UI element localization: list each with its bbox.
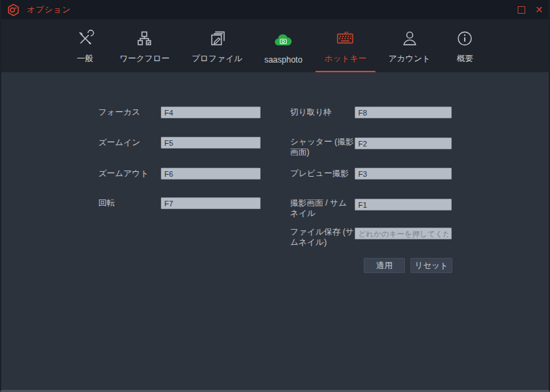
window-title: オプション: [27, 4, 71, 16]
hotkey-row-focus: フォーカス: [98, 107, 261, 118]
options-dialog: オプション ✕ 一般: [0, 0, 550, 392]
field-label: ズームイン: [98, 137, 161, 148]
capture-thumbnail-hotkey-input[interactable]: [355, 199, 452, 210]
hotkey-row-preview-capture: プレビュー撮影: [290, 168, 452, 179]
tools-icon: [76, 28, 94, 49]
hotkey-row-file-save: ファイル保存 (サムネイル): [290, 226, 452, 248]
tab-label: 一般: [77, 53, 94, 65]
tab-label: アカウント: [388, 53, 430, 65]
crop-frame-hotkey-input[interactable]: [355, 107, 452, 118]
close-button[interactable]: ✕: [535, 5, 543, 14]
tab-general[interactable]: 一般: [64, 19, 107, 72]
tab-label: プロファイル: [192, 53, 243, 65]
apply-button[interactable]: 適用: [364, 258, 405, 273]
settings-tab-bar: 一般 ワークフロー プロファ: [1, 19, 549, 72]
field-label: 撮影画面 / サムネイル: [290, 197, 355, 219]
title-bar: オプション ✕: [1, 0, 549, 19]
shutter-hotkey-input[interactable]: [355, 138, 452, 149]
zoom-in-hotkey-input[interactable]: [161, 137, 261, 149]
hotkey-row-shutter: シャッター (撮影画面): [290, 136, 452, 157]
file-save-hotkey-input[interactable]: [355, 228, 452, 239]
hotkey-row-capture-thumbnail: 撮影画面 / サムネイル: [290, 197, 452, 219]
keyboard-icon: [336, 28, 355, 49]
hotkey-settings-panel: フォーカス ズームイン ズームアウト 回転 切り取り枠 シャッター (撮影画面)…: [1, 72, 549, 390]
field-label: ファイル保存 (サムネイル): [290, 226, 355, 248]
hotkey-row-zoom-out: ズームアウト: [98, 168, 261, 179]
profiles-icon: [208, 28, 226, 49]
preview-capture-hotkey-input[interactable]: [355, 168, 452, 179]
workflow-icon: [135, 28, 153, 49]
tab-about[interactable]: 概要: [443, 19, 486, 72]
info-icon: [456, 28, 474, 49]
tab-profiles[interactable]: プロファイル: [183, 19, 252, 72]
field-label: ズームアウト: [98, 168, 161, 179]
cloud-photo-icon: [273, 30, 294, 51]
tab-label: 概要: [456, 53, 473, 65]
tab-account[interactable]: アカウント: [380, 19, 439, 72]
focus-hotkey-input[interactable]: [161, 107, 261, 118]
tab-saasphoto[interactable]: saasphoto: [255, 19, 311, 72]
tab-label: saasphoto: [264, 55, 302, 65]
tab-hotkeys[interactable]: ホットキー: [316, 19, 375, 72]
account-icon: [401, 28, 419, 49]
tab-label: ワークフロー: [120, 53, 170, 65]
app-logo-icon: [7, 3, 20, 17]
field-label: シャッター (撮影画面): [290, 136, 355, 157]
field-label: フォーカス: [98, 107, 161, 118]
hotkey-row-rotate: 回転: [98, 197, 261, 209]
tab-workflow[interactable]: ワークフロー: [111, 19, 179, 72]
reset-button[interactable]: リセット: [410, 258, 452, 273]
maximize-button[interactable]: [518, 6, 525, 14]
zoom-out-hotkey-input[interactable]: [161, 168, 261, 179]
hotkey-row-crop-frame: 切り取り枠: [290, 107, 452, 118]
field-label: 回転: [98, 197, 161, 208]
field-label: 切り取り枠: [290, 107, 355, 118]
field-label: プレビュー撮影: [290, 168, 355, 179]
tab-label: ホットキー: [324, 53, 366, 65]
hotkey-row-zoom-in: ズームイン: [98, 137, 261, 149]
rotate-hotkey-input[interactable]: [161, 197, 261, 209]
